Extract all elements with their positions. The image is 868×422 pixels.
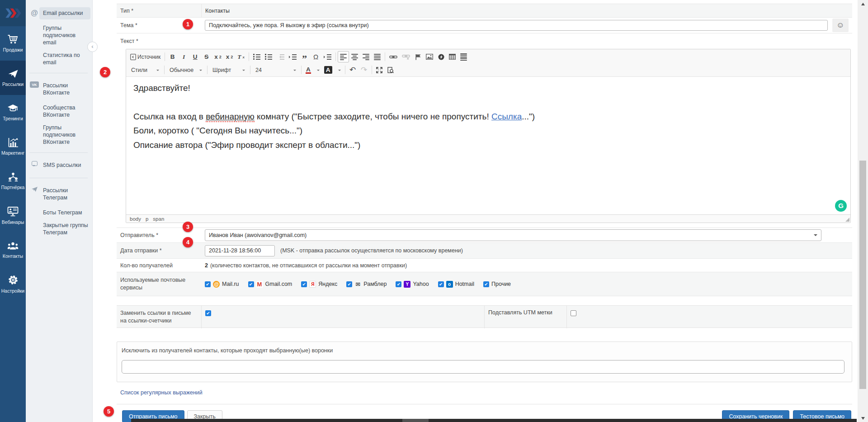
submenu-item-email-stats[interactable]: Статистика по email — [43, 52, 90, 66]
emoji-button[interactable]: ☺ — [832, 19, 849, 32]
path-body[interactable]: body — [130, 216, 141, 222]
step-badge-4: 4 — [183, 237, 193, 247]
link-button[interactable] — [387, 51, 400, 62]
strikethrough-button[interactable]: S — [201, 51, 212, 62]
resize-handle-icon[interactable] — [845, 218, 849, 222]
source-button[interactable]: Источник — [128, 51, 163, 62]
font-size-dropdown[interactable]: 24 — [252, 64, 299, 76]
bullet-list-button[interactable] — [263, 51, 274, 62]
outdent-button[interactable] — [274, 51, 287, 62]
checkbox-checked-icon[interactable]: ✔ — [483, 281, 489, 287]
submenu-divider — [29, 73, 88, 73]
format-dropdown[interactable]: Обычное — [166, 64, 205, 76]
page-break-button[interactable] — [321, 51, 334, 62]
checkbox-checked-icon[interactable]: ✔ — [205, 281, 211, 287]
submenu-item-telegram-closed-groups[interactable]: Закрытые группы Телеграм — [43, 222, 90, 237]
service-other[interactable]: ✔Прочие — [483, 281, 511, 287]
align-left-button[interactable] — [338, 51, 349, 62]
submenu-item-vk-communities[interactable]: Сообщества ВКонтакте — [43, 104, 90, 119]
submenu-item-telegram-mailings[interactable]: Рассылки Телеграм — [26, 185, 92, 204]
submenu-item-label[interactable]: Рассылки Телеграм — [39, 185, 90, 204]
bold-button[interactable]: B — [167, 51, 178, 62]
checkbox-checked-icon[interactable]: ✔ — [396, 281, 401, 287]
editor-hyperlink[interactable]: Ссылка — [491, 112, 522, 121]
replace-links-checkbox[interactable]: ✔ — [205, 310, 211, 316]
submenu-item-label[interactable]: Email рассылки — [39, 7, 90, 19]
redo-button[interactable]: ↷ — [359, 64, 370, 76]
path-p[interactable]: p — [146, 216, 148, 222]
undo-button[interactable]: ↶ — [347, 64, 359, 76]
exclude-funnels-input[interactable] — [122, 360, 844, 374]
unlink-button[interactable] — [400, 51, 412, 62]
styles-dropdown[interactable]: Стили — [128, 64, 162, 76]
preview-button[interactable] — [385, 64, 396, 76]
indent-button[interactable] — [287, 51, 299, 62]
align-right-button[interactable] — [360, 51, 372, 62]
sidebar-item-settings[interactable]: Настройки — [0, 267, 26, 301]
service-rambler[interactable]: ✔✉Рамблер — [346, 281, 387, 288]
sidebar-item-mailings[interactable]: Рассылки — [0, 61, 26, 95]
italic-button[interactable]: I — [178, 51, 189, 62]
anchor-button[interactable] — [412, 51, 424, 62]
sidebar-item-marketing[interactable]: Маркетинг — [0, 129, 26, 164]
checkbox-checked-icon[interactable]: ✔ — [438, 281, 444, 287]
insert-image-button[interactable] — [424, 51, 435, 62]
submenu-item-label[interactable]: Рассылки ВКонтакте — [39, 80, 90, 99]
regex-list-link[interactable]: Список регулярных выражений — [120, 389, 203, 396]
service-mailru[interactable]: ✔@Mail.ru — [205, 281, 239, 288]
sidebar-item-webinars[interactable]: Вебинары — [0, 198, 26, 232]
scroll-down-arrow[interactable] — [858, 414, 868, 422]
service-yahoo[interactable]: ✔YYahoo — [396, 281, 429, 288]
checkbox-checked-icon[interactable]: ✔ — [301, 281, 307, 287]
sender-select[interactable]: Иванов Иван (awoivanov@gmail.com) — [205, 229, 821, 241]
mailing-form: Тип * Контакты Тема * ☺ Текст * — [93, 0, 858, 422]
editor-content[interactable]: Здравствуйте! Ссылка на вход в вебинарну… — [126, 77, 850, 214]
horizontal-scrollbar[interactable] — [131, 419, 857, 422]
send-date-input[interactable] — [205, 245, 275, 256]
flash-button[interactable] — [435, 51, 447, 62]
submenu-item-sms-mailings[interactable]: SMS рассылки — [26, 159, 92, 171]
service-gmail[interactable]: ✔MGmail.com — [248, 281, 292, 288]
align-center-button[interactable] — [349, 51, 360, 62]
service-hotmail[interactable]: ✔oHotmail — [438, 281, 474, 288]
submenu-item-label[interactable]: SMS рассылки — [39, 159, 90, 171]
path-span[interactable]: span — [153, 216, 164, 222]
blockquote-button[interactable]: ” — [299, 53, 310, 64]
submenu-item-telegram-bots[interactable]: Боты Телеграм — [43, 209, 90, 217]
paper-plane-icon — [8, 69, 19, 79]
ordered-list-button[interactable] — [251, 51, 263, 62]
checkbox-checked-icon[interactable]: ✔ — [346, 281, 352, 287]
maximize-button[interactable] — [374, 64, 385, 76]
sidebar-item-trainings[interactable]: Тренинги — [0, 95, 26, 129]
submenu-item-email-subscriber-groups[interactable]: Группы подписчиков email — [43, 25, 90, 47]
vertical-scrollbar-thumb[interactable] — [859, 161, 866, 389]
submenu-item-vk-subscriber-groups[interactable]: Группы подписчиков ВКонтакте — [43, 124, 90, 146]
submenu-item-email-mailings[interactable]: @ Email рассылки — [26, 7, 92, 19]
superscript-button[interactable]: x2 — [224, 51, 236, 62]
app-logo[interactable] — [0, 0, 26, 26]
grammarly-icon[interactable]: G — [835, 200, 847, 212]
subject-input[interactable] — [205, 20, 828, 31]
scroll-up-arrow[interactable] — [858, 0, 868, 8]
submenu-item-vk-mailings[interactable]: VK Рассылки ВКонтакте — [26, 80, 92, 99]
special-char-button[interactable]: Ω — [310, 51, 321, 62]
underline-button[interactable]: U — [189, 51, 201, 62]
sidebar-item-sales[interactable]: Продажи — [0, 26, 26, 61]
remove-format-button[interactable]: Tx — [235, 51, 247, 62]
service-yandex[interactable]: ✔ЯЯндекс — [301, 281, 337, 288]
editor-toolbar-row2: Стили Обычное Шрифт 24 A A ↶ ↷ — [126, 63, 850, 77]
font-dropdown[interactable]: Шрифт — [209, 64, 248, 76]
collapse-sidebar-button[interactable]: ‹ — [87, 42, 98, 52]
horizontal-rule-button[interactable] — [458, 51, 469, 62]
sidebar-item-contacts[interactable]: Контакты — [0, 232, 26, 267]
insert-table-button[interactable] — [447, 51, 458, 62]
bg-color-button[interactable]: A — [322, 64, 343, 76]
checkbox-checked-icon[interactable]: ✔ — [248, 281, 254, 287]
align-justify-button[interactable] — [372, 51, 383, 62]
utm-checkbox[interactable] — [571, 310, 576, 316]
sidebar-item-affiliate[interactable]: Партнёрка — [0, 164, 26, 198]
text-color-button[interactable]: A — [303, 64, 322, 76]
subscript-button[interactable]: x2 — [212, 51, 224, 62]
vertical-scrollbar[interactable] — [858, 0, 868, 422]
horizontal-scrollbar-thumb[interactable] — [402, 419, 429, 422]
